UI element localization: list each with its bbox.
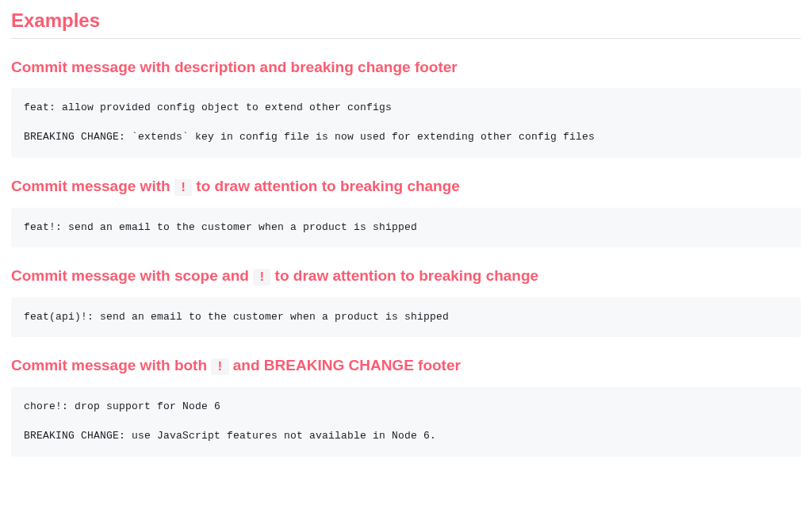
code-block: feat(api)!: send an email to the custome… (11, 297, 801, 338)
heading-text-pre: Commit message with description and brea… (11, 59, 458, 75)
example-section: Commit message with description and brea… (11, 58, 801, 158)
example-heading: Commit message with ! to draw attention … (11, 177, 801, 196)
example-heading: Commit message with both ! and BREAKING … (11, 356, 801, 375)
heading-text-pre: Commit message with both (11, 357, 211, 373)
heading-text-post: to draw attention to breaking change (270, 267, 538, 284)
example-section: Commit message with scope and ! to draw … (11, 266, 801, 337)
heading-text-post: and BREAKING CHANGE footer (229, 357, 461, 373)
page-title: Examples (11, 10, 801, 39)
heading-text-pre: Commit message with scope and (11, 267, 253, 284)
heading-inline-code: ! (174, 179, 192, 196)
example-section: Commit message with ! to draw attention … (11, 177, 801, 247)
example-section: Commit message with both ! and BREAKING … (11, 356, 801, 457)
heading-text-pre: Commit message with (11, 178, 174, 194)
heading-text-post: to draw attention to breaking change (192, 178, 460, 194)
example-heading: Commit message with description and brea… (11, 58, 801, 77)
heading-inline-code: ! (253, 269, 270, 285)
code-block: chore!: drop support for Node 6 BREAKING… (11, 387, 801, 458)
example-heading: Commit message with scope and ! to draw … (11, 266, 801, 285)
code-block: feat: allow provided config object to ex… (11, 88, 801, 159)
code-block: feat!: send an email to the customer whe… (11, 208, 801, 248)
heading-inline-code: ! (211, 358, 228, 375)
